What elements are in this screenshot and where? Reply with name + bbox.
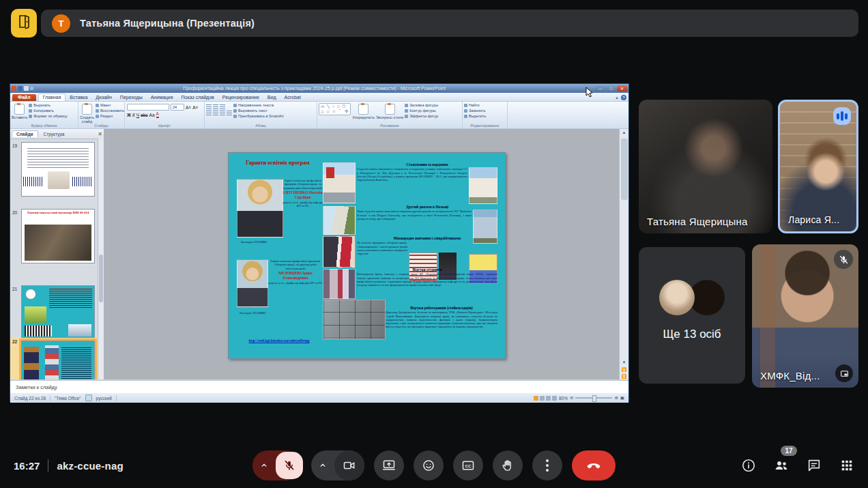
photo-students-group [323, 269, 356, 299]
text-direction-button: Направление текста [233, 103, 284, 108]
shape-fill-icon [405, 104, 408, 107]
raise-hand-button[interactable] [493, 450, 523, 480]
section-student-reviews: Відгуки студентів Пономарьова Ірина, інж… [357, 268, 497, 287]
ribbon-group-slides: Создать слайд Макет Восстановить Раздел … [78, 102, 125, 128]
reactions-button[interactable] [414, 450, 444, 480]
undo-icon [24, 86, 29, 91]
camera-options-button[interactable] [311, 450, 364, 480]
chat-button[interactable] [805, 457, 823, 474]
tab-slideshow: Показ слайдов [177, 94, 218, 101]
select-icon [464, 115, 467, 118]
format-painter-icon [29, 115, 32, 118]
people-icon [773, 457, 790, 474]
panel-tab-slides: Слайди [12, 130, 38, 137]
participant-tile-overflow[interactable]: Ще 13 осіб [639, 247, 745, 384]
ribbon-group-paragraph: Направление текста Выровнять текст Преоб… [205, 102, 317, 128]
more-options-icon [546, 459, 549, 472]
smartart-button: Преобразовать в SmartArt [233, 114, 284, 119]
slide-counter: Слайд 22 из 28 [14, 396, 46, 401]
screenshare-powerpoint-window: Профорієнтаційна лекція про спеціальніст… [10, 83, 629, 402]
door-icon [16, 14, 31, 33]
show-participants-button[interactable]: 17 [772, 457, 790, 474]
captions-button[interactable]: CC [453, 450, 483, 480]
shape-effects-button: Эффекты фигур [405, 114, 438, 119]
font-size-combo: 24 [171, 104, 184, 111]
participant-tile-tatyana[interactable]: Татьяна Ящерицына [639, 100, 772, 233]
cut-icon [29, 104, 32, 107]
strikethrough-button: abc [141, 113, 147, 117]
layout-icon [96, 104, 99, 107]
guarantor1-text: Гарант освітньої професійної програми «О… [282, 179, 324, 208]
home-logo-button[interactable] [11, 9, 37, 38]
ribbon-group-clipboard: Вставить Вырезать Копировать Формат по о… [10, 102, 78, 128]
fit-to-window-icon: ▣ [620, 395, 624, 401]
tab-review: Рецензирование [218, 94, 263, 101]
photo-university-entrance [323, 162, 356, 203]
spellcheck-icon [85, 394, 92, 401]
mute-microphone-button[interactable] [276, 452, 303, 479]
slide-scrollbar: ▲ ▼ ⏫ ⏬ [619, 129, 628, 379]
chevron-up-icon [318, 461, 328, 470]
align-center-icon [213, 111, 218, 115]
participant-tile-larisa[interactable]: Лариса Я... [778, 100, 858, 233]
speaking-indicator-icon [833, 107, 851, 125]
smartart-icon [233, 115, 237, 118]
slide-thumbnail-20: 20 Точний імпульсний шумомір ВШ 00 024 [10, 209, 100, 265]
zoom-level: 80% [559, 396, 568, 401]
current-slide: Гаранти освітніх програм Гарант освітньо… [228, 152, 506, 359]
powerpoint-app-icon [12, 86, 16, 91]
participant-tile-khmfk[interactable]: ХМФК_Від... [752, 244, 858, 388]
info-icon [741, 458, 756, 473]
avatar [659, 280, 695, 315]
section-internship: Стажування за кордоном Студенти мають мо… [357, 162, 497, 205]
copy-button: Копировать [29, 109, 67, 113]
find-button: Найти [464, 103, 486, 108]
panel-tab-outline: Структура [40, 131, 69, 137]
shape-effects-icon [405, 115, 408, 118]
underline-button: Ч [136, 113, 139, 117]
new-slide-button: Создать слайд [80, 103, 94, 124]
ppt-status-bar: Слайд 22 из 28 "Тема Office" русский 80%… [10, 393, 628, 403]
shapes-gallery: ▭ ╲ ○ □ ⬠△ ◇ ☆ ⌒ ✣ [319, 103, 351, 115]
participant-count-badge: 17 [781, 446, 797, 456]
meeting-details-button[interactable] [740, 457, 757, 474]
slide-thumbnail-19: 19 [10, 142, 100, 198]
grow-font-icon: A˄ [186, 105, 191, 110]
mic-options-button[interactable] [252, 450, 302, 480]
close-button: ✕ [617, 85, 627, 91]
shape-outline-icon [405, 109, 408, 113]
tab-insert: Вставка [66, 94, 91, 101]
tab-transitions: Переходы [116, 94, 147, 101]
camera-button[interactable] [334, 450, 364, 480]
bold-button: Ж [127, 113, 131, 117]
slide-title: Гаранти освітніх програм [233, 160, 323, 166]
copy-icon [29, 109, 32, 113]
picture-in-picture-button[interactable] [835, 364, 853, 382]
chevron-up-icon [259, 461, 269, 470]
align-text-button: Выровнять текст [233, 109, 284, 113]
tab-view: Вид [263, 94, 280, 101]
ribbon-group-font: 24 A˄ A˅ Ж К Ч abc Аа A Шрифт [125, 102, 205, 128]
text-direction-icon [233, 104, 237, 107]
tab-home: Главная [38, 94, 66, 101]
shrink-font-icon: A˅ [192, 105, 198, 110]
photo-online-class-collage [323, 300, 386, 339]
emoji-icon [422, 459, 435, 472]
slide-thumbnail-22: 22 [10, 338, 100, 379]
ppt-ribbon: Вставить Вырезать Копировать Формат по о… [10, 102, 628, 129]
theme-name: "Тема Office" [55, 396, 81, 401]
photo-partners [323, 236, 356, 268]
section-employer-reviews: Відгуки роботодавців (стейкхолдерів) Дир… [386, 306, 497, 329]
section-button: Раздел [96, 114, 124, 119]
presenting-banner[interactable]: Т Татьяна Ящерицына (Презентація) [41, 10, 858, 37]
tab-design: Дизайн [91, 94, 116, 101]
format-painter-button: Формат по образцу [29, 114, 67, 119]
activities-button[interactable] [838, 457, 856, 474]
leave-call-button[interactable] [572, 450, 616, 480]
arrange-icon [358, 104, 368, 115]
panel-close-icon: ✕ [98, 131, 102, 137]
zoom-in-icon: ⊕ [614, 395, 618, 401]
present-screen-button[interactable] [374, 450, 404, 480]
new-slide-icon [82, 104, 92, 115]
more-options-button[interactable] [532, 450, 562, 480]
